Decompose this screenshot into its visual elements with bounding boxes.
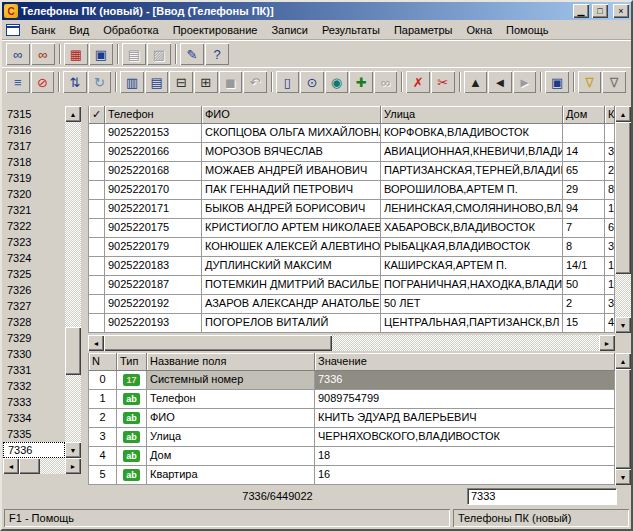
filter-button[interactable]: ∇: [578, 71, 602, 93]
check-column-header[interactable]: ✓: [89, 106, 105, 124]
column-header-phone[interactable]: Телефон: [105, 106, 202, 124]
table-row[interactable]: 9025220168МОЖАЕВ АНДРЕЙ ИВАНОВИЧПАРТИЗАН…: [89, 162, 615, 181]
mdi-child-icon[interactable]: [6, 24, 20, 36]
refresh-button[interactable]: ↻: [88, 71, 112, 93]
menu-records[interactable]: Записи: [264, 21, 315, 39]
sort-button[interactable]: ⇅: [63, 71, 87, 93]
scroll-up-button[interactable]: ▲: [65, 106, 81, 122]
menu-help[interactable]: Помощь: [499, 21, 556, 39]
first-record-button[interactable]: ▲: [464, 71, 488, 93]
table-row[interactable]: 9025220166МОРОЗОВ ВЯЧЕСЛАВАВИАЦИОННАЯ,КН…: [89, 143, 615, 162]
copy-record-button[interactable]: ▥: [120, 71, 144, 93]
record-number-item[interactable]: 7330: [3, 346, 65, 362]
record-number-item[interactable]: 7315: [3, 106, 65, 122]
scroll-thumb[interactable]: [104, 335, 332, 351]
record-number-item[interactable]: 7324: [3, 250, 65, 266]
view-screen-button[interactable]: ▣: [89, 43, 113, 65]
record-number-item[interactable]: 7316: [3, 122, 65, 138]
record-number-item[interactable]: 7320: [3, 186, 65, 202]
table-row[interactable]: 9025220153СКОПЦОВА ОЛЬГА МИХАЙЛОВНАКОРФО…: [89, 124, 615, 143]
table-row[interactable]: 9025220193ПОГОРЕЛОВ ВИТАЛИЙЦЕНТРАЛЬНАЯ,П…: [89, 314, 615, 333]
new-record-button[interactable]: ▯: [276, 71, 300, 93]
menu-processing[interactable]: Обработка: [96, 21, 165, 39]
filter-design-button[interactable]: ∇: [602, 71, 626, 93]
record-number-item[interactable]: 7321: [3, 202, 65, 218]
cancel-button[interactable]: ⊘: [31, 71, 55, 93]
scroll-right-button[interactable]: ►: [599, 335, 615, 351]
menu-parameters[interactable]: Параметры: [387, 21, 460, 39]
sidebar-vertical-scrollbar[interactable]: ▲▼: [65, 106, 81, 458]
column-header-fio[interactable]: ФИО: [202, 106, 381, 124]
scroll-right-button[interactable]: ►: [65, 458, 81, 474]
detail-vertical-scrollbar[interactable]: ▲▼: [615, 353, 631, 485]
field-row[interactable]: 1abТелефон9089754799: [89, 390, 615, 409]
field-row[interactable]: 2abФИОКНИТЬ ЭДУАРД ВАЛЕРЬЕВИЧ: [89, 409, 615, 428]
table-row[interactable]: 9025220175КРИСТИОГЛО АРТЕМ НИКОЛАЕВИЧХАБ…: [89, 219, 615, 238]
scroll-thumb[interactable]: [65, 327, 81, 375]
table-row[interactable]: 9025220183ДУПЛИНСКИЙ МАКСИМКАШИРСКАЯ,АРТ…: [89, 257, 615, 276]
field-row[interactable]: 4abДом18: [89, 447, 615, 466]
record-number-item[interactable]: 7322: [3, 218, 65, 234]
find-record-button[interactable]: ⊙: [300, 71, 324, 93]
field-row[interactable]: 3abУлицаЧЕРНЯХОВСКОГО,ВЛАДИВОСТОК: [89, 428, 615, 447]
search-bank-button[interactable]: ∞: [31, 43, 55, 65]
record-number-item[interactable]: 7326: [3, 282, 65, 298]
record-number-item[interactable]: 7334: [3, 410, 65, 426]
scroll-thumb[interactable]: [19, 458, 40, 474]
scroll-track[interactable]: [65, 122, 81, 442]
app-icon[interactable]: С: [4, 4, 18, 18]
minimize-button[interactable]: ▁: [573, 4, 589, 18]
column-header-street[interactable]: Улица: [381, 106, 563, 124]
detail-column-header-n[interactable]: N: [89, 353, 117, 371]
menu-results[interactable]: Результаты: [315, 21, 387, 39]
record-number-item[interactable]: 7332: [3, 378, 65, 394]
copy-button[interactable]: ▤: [122, 43, 146, 65]
scroll-track[interactable]: [615, 369, 631, 469]
duplicate-record-button[interactable]: ▤: [145, 71, 169, 93]
record-number-item[interactable]: 7318: [3, 154, 65, 170]
scroll-down-button[interactable]: ▼: [615, 469, 631, 485]
global-search-button[interactable]: ◉: [325, 71, 349, 93]
edit-button[interactable]: ✎: [180, 43, 204, 65]
record-number-item[interactable]: 7335: [3, 426, 65, 442]
record-number-item[interactable]: 7325: [3, 266, 65, 282]
close-button[interactable]: ×: [613, 4, 629, 18]
table-row[interactable]: 9025220192АЗАРОВ АЛЕКСАНДР АНАТОЛЬЕВИЧ50…: [89, 295, 615, 314]
column-header-house[interactable]: Дом: [563, 106, 605, 124]
record-number-item[interactable]: 7317: [3, 138, 65, 154]
print-record-button[interactable]: ⊞: [194, 71, 218, 93]
scroll-thumb[interactable]: [615, 369, 631, 469]
design-mode-button[interactable]: ▦: [64, 43, 88, 65]
table-row[interactable]: 9025220170ПАК ГЕННАДИЙ ПЕТРОВИЧВОРОШИЛОВ…: [89, 181, 615, 200]
detail-column-header-value[interactable]: Значение: [315, 353, 615, 371]
scroll-up-button[interactable]: ▲: [615, 353, 631, 369]
table-row[interactable]: 9025220179КОНЮШЕК АЛЕКСЕЙ АЛЕВТИНОВИЧРЫБ…: [89, 238, 615, 257]
record-number-item[interactable]: 7336: [3, 442, 65, 458]
detail-column-header-field[interactable]: Название поля: [147, 353, 315, 371]
menu-windows[interactable]: Окна: [460, 21, 500, 39]
record-number-item[interactable]: 7333: [3, 394, 65, 410]
record-number-item[interactable]: 7331: [3, 362, 65, 378]
print-button[interactable]: ⊟: [169, 71, 193, 93]
search-button[interactable]: ∞: [6, 43, 30, 65]
scroll-down-button[interactable]: ▼: [615, 317, 631, 333]
menu-bank[interactable]: Банк: [24, 21, 62, 39]
undo-button[interactable]: ↶: [243, 71, 267, 93]
scroll-thumb[interactable]: [615, 122, 631, 274]
menu-view[interactable]: Вид: [62, 21, 96, 39]
delete-record-button[interactable]: ✗: [406, 71, 430, 93]
form-view-button[interactable]: ▣: [545, 71, 569, 93]
paste-button[interactable]: ▨: [147, 43, 171, 65]
add-linked-button[interactable]: ✚: [349, 71, 373, 93]
column-header-apt[interactable]: Кв: [605, 106, 615, 124]
link-button[interactable]: ∞: [374, 71, 398, 93]
help-button[interactable]: ?: [205, 43, 229, 65]
save-button[interactable]: ◼: [219, 71, 243, 93]
table-row[interactable]: 9025220187ПОТЕМКИН ДМИТРИЙ ВАСИЛЬЕВИЧПОГ…: [89, 276, 615, 295]
scroll-track[interactable]: [19, 458, 65, 474]
scroll-left-button[interactable]: ◄: [88, 335, 104, 351]
field-row[interactable]: 5abКвартира16: [89, 466, 615, 485]
goto-record-input[interactable]: [467, 488, 617, 505]
prev-record-button[interactable]: ◄: [488, 71, 512, 93]
records-horizontal-scrollbar[interactable]: ◄►: [88, 335, 615, 351]
